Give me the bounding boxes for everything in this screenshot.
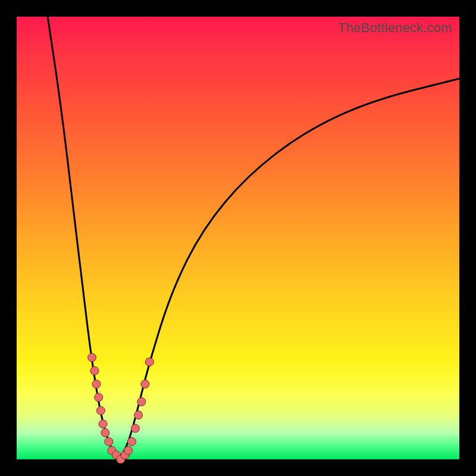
data-point <box>141 380 149 389</box>
curve-layer <box>48 17 459 456</box>
data-point <box>87 353 96 362</box>
data-point <box>137 397 146 406</box>
data-point <box>124 446 132 455</box>
data-point <box>105 437 113 446</box>
data-point <box>134 411 143 419</box>
data-point <box>101 428 109 437</box>
data-point <box>92 380 101 389</box>
data-point <box>95 393 103 402</box>
data-point <box>145 358 154 366</box>
data-point <box>99 419 107 428</box>
data-point <box>127 437 136 446</box>
outer-frame: TheBottleneck.com <box>0 0 476 476</box>
plot-area: TheBottleneck.com <box>17 17 459 459</box>
chart-svg <box>17 17 459 459</box>
data-point <box>90 367 99 375</box>
data-point <box>96 406 105 415</box>
scatter-dots <box>87 353 154 464</box>
bottleneck-curve <box>48 17 459 456</box>
data-point <box>131 424 139 433</box>
